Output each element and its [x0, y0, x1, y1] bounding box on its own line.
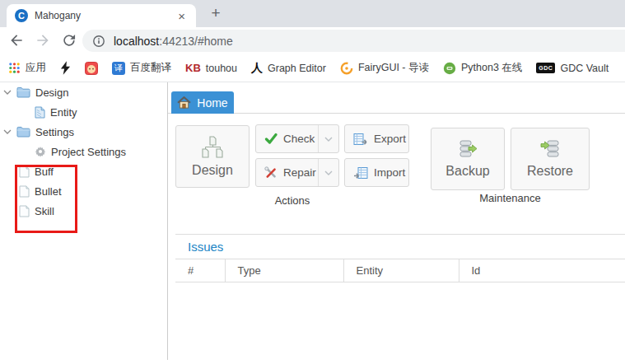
issues-col-id: Id: [459, 259, 625, 282]
issues-col-type: Type: [225, 259, 343, 282]
bookmark-baidu-translate[interactable]: 译 百度翻译: [112, 61, 171, 75]
tab-home-label: Home: [197, 96, 227, 110]
bookmark-label: FairyGUI - 导读: [358, 61, 429, 75]
tab-home[interactable]: Home: [171, 91, 234, 114]
bookmark-avatar[interactable]: [85, 62, 98, 75]
issues-col-entity: Entity: [343, 259, 459, 282]
apps-grid-icon: [8, 62, 21, 74]
bookmark-label: 应用: [26, 61, 46, 75]
sidebar-item-buff[interactable]: Buff: [0, 161, 167, 181]
check-icon: [264, 133, 278, 145]
bookmark-label: Graph Editor: [268, 63, 326, 74]
tree-item-label: Bullet: [35, 185, 62, 198]
bookmark-touhou[interactable]: KB touhou: [185, 62, 237, 74]
kb-letters-icon: KB: [185, 62, 201, 74]
gdc-badge-icon: GDC: [536, 63, 555, 73]
export-button[interactable]: Export: [344, 124, 409, 153]
reload-icon[interactable]: [61, 32, 77, 49]
browser-toolbar: localhost:44213/#home: [0, 27, 625, 54]
sidebar-tree: Design Entity Settings: [0, 82, 168, 360]
backup-database-icon: [458, 140, 478, 159]
restore-button[interactable]: Restore: [511, 128, 590, 190]
chevron-down-icon[interactable]: [3, 89, 12, 96]
actions-group-label: Actions: [175, 194, 409, 207]
tree-item-label: Entity: [50, 106, 77, 119]
bookmark-fairygui[interactable]: FairyGUI - 导读: [340, 61, 429, 75]
tree-item-label: Skill: [35, 205, 54, 217]
restore-database-icon: [540, 140, 561, 159]
sidebar-item-settings[interactable]: Settings: [0, 122, 167, 142]
tree-item-label: Buff: [35, 166, 54, 178]
bookmark-python3[interactable]: Python3 在线: [443, 61, 522, 75]
check-button[interactable]: Check: [255, 124, 339, 153]
document-tab-bar: Home: [168, 82, 625, 114]
restore-button-label: Restore: [527, 164, 573, 179]
chevron-down-icon: [324, 137, 333, 142]
repair-dropdown[interactable]: [318, 159, 338, 186]
design-button[interactable]: Design: [175, 125, 250, 188]
browser-tab[interactable]: C Mahogany ×: [7, 4, 196, 27]
tree-item-label: Project Settings: [51, 146, 126, 158]
chevron-down-icon[interactable]: [3, 128, 12, 135]
main-content: Home Design Check: [168, 82, 625, 364]
folder-icon: [16, 126, 30, 138]
url-path: :44213/#home: [159, 35, 233, 48]
repair-tools-icon: [264, 166, 278, 180]
home-icon: [177, 96, 191, 109]
import-button-label: Import: [374, 166, 405, 179]
bookmark-gdc-vault[interactable]: GDC GDC Vault: [536, 63, 609, 74]
python-circle-icon: [443, 62, 456, 75]
forward-icon[interactable]: [35, 32, 51, 49]
tab-title: Mahogany: [35, 10, 175, 21]
back-icon[interactable]: [8, 32, 25, 49]
maintenance-group-label: Maintenance: [431, 192, 590, 204]
bookmark-label: touhou: [206, 63, 237, 74]
sidebar-item-project-settings[interactable]: Project Settings: [0, 142, 167, 161]
bookmark-label: 百度翻译: [130, 61, 171, 75]
bookmark-lightning[interactable]: [60, 61, 71, 75]
bookmark-label: Python3 在线: [461, 61, 522, 75]
repair-button-label: Repair: [283, 166, 316, 179]
import-button[interactable]: Import: [344, 158, 409, 187]
design-orgchart-icon: [200, 136, 225, 158]
face-avatar-icon: [85, 62, 98, 75]
repair-button[interactable]: Repair: [255, 158, 339, 187]
browser-tab-strip: C Mahogany × +: [0, 0, 625, 27]
page-icon: [19, 205, 30, 217]
chevron-down-icon: [324, 170, 333, 175]
sidebar-item-design[interactable]: Design: [0, 82, 167, 102]
issues-panel-title: Issues: [175, 235, 625, 259]
export-button-label: Export: [374, 133, 406, 145]
backup-button-label: Backup: [445, 164, 489, 179]
bookmark-label: GDC Vault: [560, 63, 609, 74]
bookmarks-bar: 应用 译 百度翻译 KB touhou 人 Grap: [0, 54, 625, 82]
backup-button[interactable]: Backup: [431, 128, 505, 190]
url-text: localhost:44213/#home: [114, 35, 233, 48]
bookmark-apps[interactable]: 应用: [8, 61, 46, 75]
design-button-label: Design: [192, 163, 233, 178]
sidebar-item-skill[interactable]: Skill: [0, 201, 167, 221]
bookmark-graph-editor[interactable]: 人 Graph Editor: [251, 61, 326, 76]
url-host: localhost: [114, 35, 159, 48]
new-tab-button[interactable]: +: [206, 3, 226, 23]
tree-item-label: Design: [35, 86, 68, 99]
url-bar[interactable]: localhost:44213/#home: [82, 30, 625, 52]
sidebar-item-entity[interactable]: Entity: [0, 102, 167, 122]
translate-icon: 译: [112, 62, 125, 75]
info-icon[interactable]: [92, 35, 105, 48]
check-dropdown[interactable]: [318, 125, 338, 152]
document-icon: [35, 106, 45, 119]
page-icon: [19, 166, 30, 178]
import-icon: [353, 166, 368, 180]
fairygui-ring-icon: [340, 62, 353, 75]
person-glyph-icon: 人: [251, 61, 263, 76]
issues-col-number: #: [175, 259, 225, 282]
sidebar-item-bullet[interactable]: Bullet: [0, 181, 167, 201]
check-button-label: Check: [283, 133, 315, 145]
page-icon: [19, 185, 30, 198]
browser-window: C Mahogany × + localhost:44213/#home: [0, 0, 625, 364]
lightning-icon: [60, 61, 71, 75]
gear-icon: [35, 146, 46, 157]
tab-close-icon[interactable]: ×: [175, 10, 188, 22]
folder-icon: [16, 86, 30, 98]
